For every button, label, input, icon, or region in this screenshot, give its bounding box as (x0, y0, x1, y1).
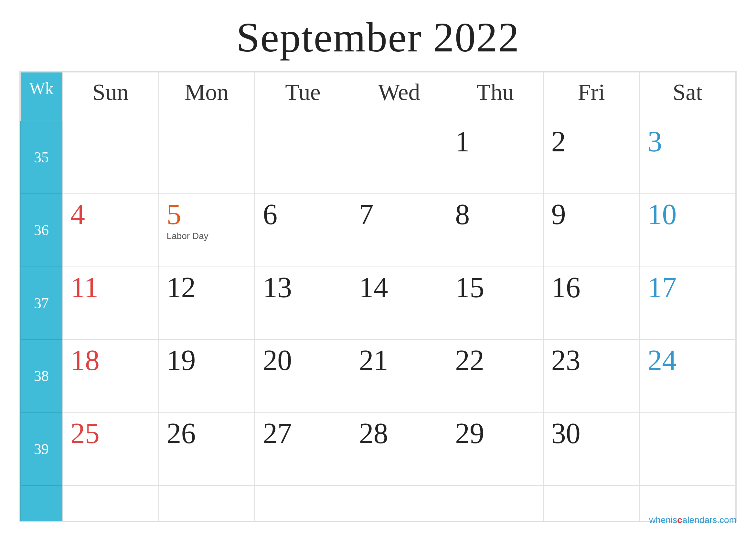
day-number: 22 (455, 346, 484, 375)
day-number: 21 (359, 346, 388, 375)
wk-35: 35 (20, 121, 62, 194)
day-sep-19: 19 (159, 340, 255, 413)
wk-37: 37 (20, 267, 62, 340)
day-number: 14 (359, 273, 388, 302)
day-number: 13 (263, 273, 292, 302)
day-number: 26 (167, 419, 196, 448)
header-fri: Fri (543, 72, 640, 121)
day-number: 25 (70, 419, 99, 448)
calendar-grid: Wk Sun Mon Tue Wed Thu Fri Sat 35 1 2 3 … (20, 72, 736, 486)
day-number: 23 (552, 346, 580, 375)
day-number: 11 (70, 273, 98, 302)
watermark-when: whenis (649, 515, 677, 525)
page-title: September 2022 (236, 13, 519, 62)
watermark-c: c (677, 515, 682, 525)
day-sep-6: 6 (255, 194, 351, 267)
day-sep-21: 21 (351, 340, 447, 413)
day-sep-26: 26 (159, 413, 255, 486)
day-sep-9: 9 (543, 194, 640, 267)
day-sep-13: 13 (255, 267, 351, 340)
watermark[interactable]: wheniscalendars.com (649, 515, 737, 525)
day-empty (159, 121, 255, 194)
day-number: 7 (359, 200, 374, 229)
day-number: 19 (167, 346, 196, 375)
day-number: 8 (455, 200, 470, 229)
day-empty (62, 486, 159, 521)
day-number: 2 (552, 127, 566, 156)
day-number: 10 (647, 200, 677, 229)
day-sep-3: 3 (639, 121, 736, 194)
header-mon: Mon (159, 72, 255, 121)
day-sep-14: 14 (351, 267, 447, 340)
day-sep-29: 29 (447, 413, 543, 486)
holiday-labor-day: Labor Day (167, 231, 208, 241)
day-number: 15 (455, 273, 484, 302)
day-sep-11: 11 (62, 267, 159, 340)
day-number: 5 (167, 200, 181, 229)
day-sep-27: 27 (255, 413, 351, 486)
day-sep-23: 23 (543, 340, 640, 413)
day-number: 4 (70, 200, 85, 229)
day-empty (255, 486, 351, 521)
day-sep-24: 24 (639, 340, 736, 413)
header-sun: Sun (62, 72, 159, 121)
day-sep-1: 1 (447, 121, 543, 194)
watermark-alendars: alendars.com (682, 515, 737, 525)
day-number: 3 (647, 127, 662, 156)
day-empty (351, 121, 447, 194)
day-sep-7: 7 (351, 194, 447, 267)
day-number: 16 (552, 273, 580, 302)
day-sep-17: 17 (639, 267, 736, 340)
day-number: 27 (263, 419, 292, 448)
day-empty (159, 486, 255, 521)
day-number: 1 (455, 127, 470, 156)
day-number: 24 (647, 346, 677, 375)
day-empty (543, 486, 640, 521)
day-sep-10: 10 (639, 194, 736, 267)
day-number: 18 (70, 346, 99, 375)
day-empty (62, 121, 159, 194)
extra-row (20, 486, 736, 521)
day-sep-30: 30 (543, 413, 640, 486)
day-sep-4: 4 (62, 194, 159, 267)
header-wk: Wk (20, 72, 62, 121)
day-sep-16: 16 (543, 267, 640, 340)
day-number: 17 (647, 273, 677, 302)
header-wed: Wed (351, 72, 447, 121)
wk-36: 36 (20, 194, 62, 267)
calendar-container: Wk Sun Mon Tue Wed Thu Fri Sat 35 1 2 3 … (19, 71, 737, 522)
day-empty (255, 121, 351, 194)
day-sep-8: 8 (447, 194, 543, 267)
day-sep-2: 2 (543, 121, 640, 194)
day-number: 12 (167, 273, 196, 302)
day-empty (447, 486, 543, 521)
day-number: 20 (263, 346, 292, 375)
day-number: 30 (552, 419, 580, 448)
header-thu: Thu (447, 72, 543, 121)
day-sep-20: 20 (255, 340, 351, 413)
wk-38: 38 (20, 340, 62, 413)
header-sat: Sat (639, 72, 736, 121)
day-empty (351, 486, 447, 521)
wk-39: 39 (20, 413, 62, 486)
header-tue: Tue (255, 72, 351, 121)
day-number: 6 (263, 200, 277, 229)
day-sep-12: 12 (159, 267, 255, 340)
day-sep-5: 5 Labor Day (159, 194, 255, 267)
day-sep-28: 28 (351, 413, 447, 486)
day-sep-22: 22 (447, 340, 543, 413)
day-empty (639, 413, 736, 486)
day-sep-15: 15 (447, 267, 543, 340)
wk-extra (20, 486, 62, 521)
day-number: 29 (455, 419, 484, 448)
day-sep-18: 18 (62, 340, 159, 413)
day-sep-25: 25 (62, 413, 159, 486)
day-number: 28 (359, 419, 388, 448)
day-number: 9 (552, 200, 566, 229)
